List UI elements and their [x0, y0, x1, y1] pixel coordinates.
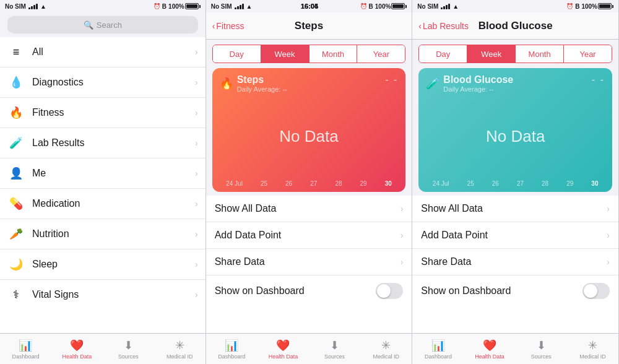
nav-item-fitness[interactable]: 🔥 Fitness ›: [0, 98, 206, 128]
tab-item-medical-id[interactable]: ✳ Medical ID: [567, 339, 618, 360]
seg-btn-year[interactable]: Year: [564, 45, 612, 63]
nav-label-lab-results: Lab Results: [32, 137, 195, 149]
bluetooth-icon: B: [575, 3, 579, 10]
action-list: Show All Data › Add Data Point › Share D…: [206, 196, 412, 333]
back-button[interactable]: ‹ Lab Results: [418, 21, 469, 31]
x-label: 28: [542, 180, 548, 187]
chevron-icon-add-data: ›: [607, 230, 610, 240]
bluetooth-icon: B: [162, 3, 167, 10]
segmented-control: Day Week Month Year: [212, 45, 406, 63]
seg-btn-day[interactable]: Day: [213, 45, 261, 63]
action-label-add-data: Add Data Point: [215, 230, 400, 241]
nav-icon-vital-signs: ⚕: [7, 286, 25, 303]
action-item-show-dashboard[interactable]: Show on Dashboard: [206, 275, 412, 306]
nav-icon-fitness: 🔥: [7, 104, 25, 121]
nav-label-nutrition: Nutrition: [32, 228, 195, 240]
tab-label-dashboard: Dashboard: [218, 353, 245, 360]
bluetooth-icon: B: [369, 3, 373, 10]
seg-btn-week[interactable]: Week: [467, 45, 516, 63]
nav-label-vital-signs: Vital Signs: [32, 289, 195, 300]
chart-title: Blood Glucose: [443, 74, 513, 85]
tab-label-dashboard: Dashboard: [12, 353, 39, 360]
tab-icon-medical-id: ✳: [588, 339, 597, 352]
action-label-share-data: Share Data: [421, 256, 607, 267]
nav-title: Steps: [295, 20, 323, 32]
search-icon: 🔍: [84, 20, 93, 30]
battery-indicator: 100%: [375, 3, 407, 10]
chart-menu-icon[interactable]: - -: [592, 74, 605, 85]
tab-bar: 📊 Dashboard ❤️ Health Data ⬇ Sources ✳ M…: [412, 333, 618, 364]
x-label: 24 Jul: [433, 180, 449, 187]
action-item-add-data[interactable]: Add Data Point ›: [206, 222, 412, 249]
chevron-icon-share-data: ›: [607, 257, 610, 267]
back-chevron-icon: ‹: [212, 21, 215, 31]
back-button[interactable]: ‹ Fitness: [212, 21, 245, 31]
nav-item-vital-signs[interactable]: ⚕ Vital Signs ›: [0, 280, 206, 310]
alarm-icon: ⏰: [154, 3, 160, 9]
status-bar: No SIM ▲ 16:04 ⏰ B 100%: [412, 0, 618, 12]
nav-label-sleep: Sleep: [32, 259, 195, 270]
nav-item-medication[interactable]: 💊 Medication ›: [0, 189, 206, 219]
carrier-text: No SIM: [5, 3, 26, 10]
tab-item-health-data[interactable]: ❤️ Health Data: [464, 339, 516, 360]
wifi-icon: ▲: [452, 3, 459, 10]
search-input[interactable]: 🔍 Search: [7, 16, 198, 33]
action-item-show-all[interactable]: Show All Data ›: [412, 196, 618, 222]
nav-icon-lab-results: 🧪: [7, 134, 25, 152]
action-item-share-data[interactable]: Share Data ›: [206, 249, 412, 275]
x-label: 26: [492, 180, 499, 187]
tab-item-medical-id[interactable]: ✳ Medical ID: [154, 339, 206, 360]
chevron-icon-nutrition: ›: [195, 229, 198, 239]
seg-btn-year[interactable]: Year: [357, 45, 405, 63]
status-bar: No SIM ▲ 16:04 ⏰ B 100%: [0, 0, 206, 12]
status-right: ⏰ B 100%: [566, 3, 613, 10]
chart-header: 🧪 Blood Glucose Daily Average: -- - -: [418, 68, 612, 95]
tab-icon-sources: ⬇: [124, 339, 133, 352]
toggle-show-dashboard[interactable]: [582, 283, 610, 299]
toggle-show-dashboard[interactable]: [376, 283, 403, 299]
seg-btn-day[interactable]: Day: [419, 45, 467, 63]
tab-item-sources[interactable]: ⬇ Sources: [516, 339, 567, 360]
tab-label-sources: Sources: [531, 353, 552, 360]
seg-btn-month[interactable]: Month: [516, 45, 564, 63]
nav-item-lab-results[interactable]: 🧪 Lab Results ›: [0, 128, 206, 158]
tab-item-dashboard[interactable]: 📊 Dashboard: [206, 339, 258, 360]
status-left: No SIM ▲: [211, 3, 253, 10]
nav-icon-diagnostics: 💧: [7, 74, 25, 91]
tab-item-health-data[interactable]: ❤️ Health Data: [258, 339, 309, 360]
seg-btn-month[interactable]: Month: [310, 45, 358, 63]
tab-item-sources[interactable]: ⬇ Sources: [103, 339, 154, 360]
nav-item-sleep[interactable]: 🌙 Sleep ›: [0, 249, 206, 280]
tab-label-health-data: Health Data: [269, 353, 298, 360]
tab-item-medical-id[interactable]: ✳ Medical ID: [360, 339, 412, 360]
chevron-icon-lab-results: ›: [195, 138, 198, 148]
action-item-show-all[interactable]: Show All Data ›: [206, 196, 412, 222]
nav-item-nutrition[interactable]: 🥕 Nutrition ›: [0, 219, 206, 249]
chart-card: 🔥 Steps Daily Average: -- - - No Data 24…: [212, 68, 406, 192]
chevron-icon-show-all: ›: [400, 204, 404, 214]
tab-item-dashboard[interactable]: 📊 Dashboard: [0, 339, 51, 360]
action-item-add-data[interactable]: Add Data Point ›: [412, 222, 618, 249]
tab-item-health-data[interactable]: ❤️ Health Data: [51, 339, 103, 360]
action-label-show-dashboard: Show on Dashboard: [421, 285, 582, 297]
search-bar[interactable]: 🔍 Search: [0, 12, 206, 37]
chart-menu-icon[interactable]: - -: [385, 74, 398, 85]
tab-item-sources[interactable]: ⬇ Sources: [309, 339, 360, 360]
x-label: 30: [591, 180, 598, 187]
tab-icon-dashboard: 📊: [19, 339, 32, 352]
status-left: No SIM ▲: [5, 3, 46, 10]
chevron-icon-medication: ›: [195, 199, 198, 209]
chart-icon: 🧪: [426, 77, 439, 90]
action-item-share-data[interactable]: Share Data ›: [412, 249, 618, 275]
action-item-show-dashboard[interactable]: Show on Dashboard: [412, 275, 618, 306]
nav-item-diagnostics[interactable]: 💧 Diagnostics ›: [0, 67, 206, 98]
x-label: 25: [261, 180, 267, 187]
chart-header: 🔥 Steps Daily Average: -- - -: [212, 68, 406, 95]
nav-label-fitness: Fitness: [32, 107, 195, 118]
nav-item-me[interactable]: 👤 Me ›: [0, 158, 206, 189]
battery-percentage: 100%: [168, 3, 184, 10]
nav-item-all[interactable]: ≡ All ›: [0, 37, 206, 67]
seg-btn-week[interactable]: Week: [261, 45, 310, 63]
chevron-icon-all: ›: [195, 47, 198, 57]
tab-item-dashboard[interactable]: 📊 Dashboard: [412, 339, 464, 360]
